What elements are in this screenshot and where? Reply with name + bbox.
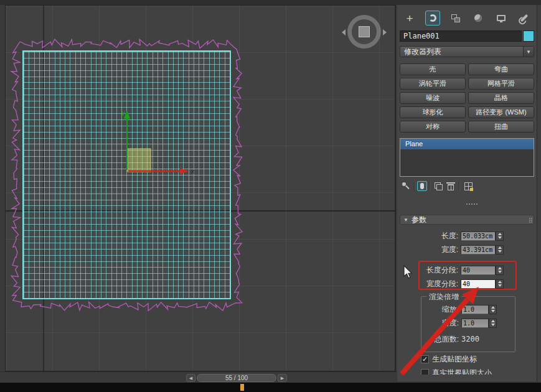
realworld-map-label: 真实世界贴图大小 — [432, 368, 492, 375]
width-segs-spinner[interactable] — [496, 279, 504, 289]
modifier-list-label: 修改器列表 — [404, 47, 441, 57]
modifier-button-meshsmooth[interactable]: 网格平滑 — [468, 78, 534, 90]
menu-plus-icon[interactable]: + — [402, 11, 417, 26]
command-panel-tabs: + — [398, 10, 535, 26]
command-panel: + Plane001 修改器列表 ▼ 壳 弯曲 涡轮平滑 网格平滑 噪波 — [397, 5, 537, 381]
scale-field[interactable]: 1.0 — [461, 305, 489, 314]
modifier-button-bend[interactable]: 弯曲 — [468, 63, 534, 75]
stack-item-plane[interactable]: Plane — [400, 139, 534, 149]
dropdown-arrow-icon: ▼ — [523, 47, 534, 57]
scale-row: 缩放: 1.0 — [421, 304, 515, 314]
application-window: y x ◀ 55 / 100 ▶ + Plane001 — [0, 0, 541, 392]
length-segs-field[interactable]: 40 — [461, 266, 496, 275]
utilities-tab-icon[interactable] — [517, 11, 532, 26]
modifier-stack[interactable]: Plane — [400, 138, 534, 177]
modifier-list-dropdown[interactable]: 修改器列表 ▼ — [400, 46, 534, 57]
scale-label: 缩放: — [421, 304, 461, 315]
parameters-rollout-header[interactable]: ▼ 参数 — [400, 215, 534, 225]
check-icon: ✓ — [422, 356, 428, 363]
timeline-bar: ◀ 55 / 100 ▶ — [0, 371, 397, 383]
command-panel-content: + Plane001 修改器列表 ▼ 壳 弯曲 涡轮平滑 网格平滑 噪波 — [397, 5, 537, 375]
modifier-button-shell[interactable]: 壳 — [400, 63, 466, 75]
time-marker[interactable] — [240, 384, 244, 391]
modifier-button-turbosmooth[interactable]: 涡轮平滑 — [400, 78, 466, 90]
modifier-button-symmetry[interactable]: 对称 — [400, 121, 466, 133]
density-row: 密度: 1.0 — [421, 318, 515, 328]
window-top-edge — [0, 0, 541, 5]
length-label: 长度: — [397, 231, 461, 241]
display-tab-icon[interactable] — [494, 11, 509, 26]
modifier-button-noise[interactable]: 噪波 — [400, 92, 466, 104]
plane-object[interactable] — [22, 50, 231, 299]
modifier-button-lattice[interactable]: 晶格 — [468, 92, 534, 104]
pin-stack-icon[interactable] — [400, 181, 412, 192]
time-slider[interactable]: 55 / 100 — [197, 374, 276, 382]
rollout-grip-icon — [529, 218, 530, 219]
viewport[interactable]: y x — [5, 5, 396, 371]
group-title: 渲染倍增 — [426, 292, 461, 302]
width-label: 宽度: — [397, 245, 461, 255]
object-color-swatch[interactable] — [523, 30, 534, 42]
modify-glyph — [429, 14, 436, 22]
length-segs-row: 长度分段: 40 — [397, 265, 537, 275]
track-bar — [0, 383, 541, 392]
scale-spinner[interactable] — [489, 305, 497, 314]
realworld-map-row: 真实世界贴图大小 — [421, 368, 537, 375]
configure-modifier-sets-icon[interactable] — [462, 181, 474, 192]
length-row: 长度: 50.033cm — [397, 231, 537, 241]
object-name-field[interactable]: Plane001 — [400, 30, 522, 42]
width-spinner[interactable] — [496, 245, 504, 254]
toolbar-separator — [459, 182, 460, 190]
length-segs-spinner[interactable] — [496, 266, 504, 275]
width-segs-field[interactable]: 40 — [461, 279, 496, 289]
generate-uv-checkbox[interactable]: ✓ — [421, 355, 429, 363]
remove-modifier-icon[interactable] — [445, 181, 457, 192]
motion-tab-icon[interactable] — [471, 11, 486, 26]
width-segs-row: 宽度分段: 40 — [397, 279, 537, 289]
plus-glyph: + — [406, 12, 413, 24]
generate-uv-label: 生成贴图坐标 — [432, 354, 477, 365]
toolbar-separator — [414, 182, 415, 190]
length-spinner[interactable] — [496, 231, 504, 241]
density-label: 密度: — [421, 318, 461, 329]
modifier-button-spherify[interactable]: 球形化 — [400, 106, 466, 118]
object-name-row: Plane001 — [400, 30, 534, 42]
realworld-map-checkbox[interactable] — [421, 369, 429, 375]
show-end-result-icon[interactable] — [417, 181, 427, 191]
toolbar-separator — [429, 182, 430, 190]
width-row: 宽度: 43.391cm — [397, 245, 537, 254]
make-unique-icon[interactable] — [432, 181, 445, 192]
viewcube[interactable] — [347, 15, 381, 49]
modify-tab-icon[interactable] — [425, 11, 440, 26]
viewcube-face[interactable] — [359, 26, 370, 37]
display-glyph — [497, 15, 506, 21]
width-segs-label: 宽度分段: — [397, 279, 461, 289]
panel-resize-handle[interactable] — [397, 202, 537, 207]
wrench-glyph — [520, 14, 529, 22]
length-segs-label: 长度分段: — [397, 265, 461, 276]
modifier-button-twist[interactable]: 扭曲 — [468, 121, 534, 133]
total-faces-value: 3200 — [461, 335, 479, 343]
panel-scrollbar[interactable] — [537, 5, 541, 381]
previous-frame-button[interactable]: ◀ — [186, 374, 195, 382]
density-spinner[interactable] — [489, 319, 497, 328]
modifier-button-pathdeform[interactable]: 路径变形 (WSM) — [468, 106, 534, 118]
next-frame-button[interactable]: ▶ — [278, 374, 287, 382]
hierarchy-tab-icon[interactable] — [448, 11, 463, 26]
modifier-button-grid: 壳 弯曲 涡轮平滑 网格平滑 噪波 晶格 球形化 路径变形 (WSM) 对称 扭… — [400, 63, 534, 133]
total-faces-row: 总面数: 3200 — [421, 334, 515, 344]
generate-uv-row: ✓ 生成贴图坐标 — [421, 355, 537, 364]
render-multiplier-group: 渲染倍增 缩放: 1.0 密度: 1.0 总面数: 3200 — [421, 296, 515, 352]
total-faces-label: 总面数: — [421, 334, 461, 345]
hierarchy-glyph — [451, 14, 460, 22]
rollout-title: 参数 — [412, 215, 426, 225]
motion-glyph — [474, 14, 482, 22]
width-field[interactable]: 43.391cm — [461, 245, 496, 254]
stack-toolbar — [400, 180, 534, 192]
density-field[interactable]: 1.0 — [461, 319, 489, 328]
length-field[interactable]: 50.033cm — [461, 231, 496, 241]
rollout-arrow-icon: ▼ — [403, 217, 408, 223]
